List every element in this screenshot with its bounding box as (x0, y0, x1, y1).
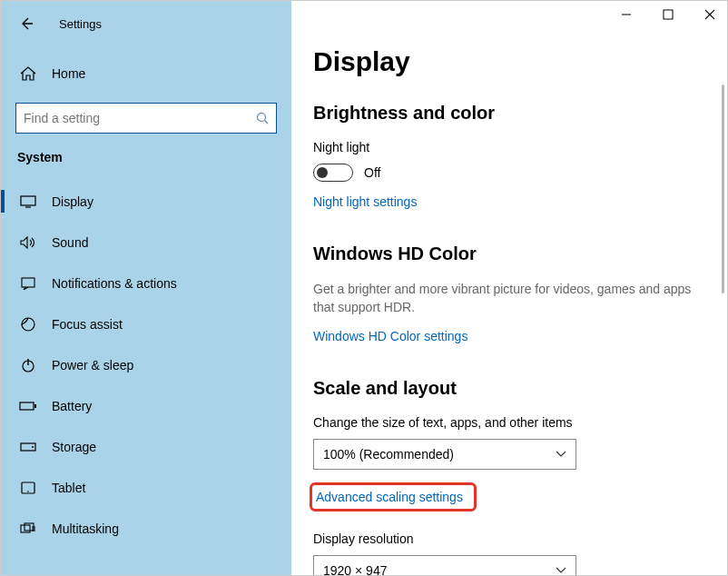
resolution-label: Display resolution (313, 531, 696, 546)
search-input[interactable] (24, 111, 256, 125)
battery-icon (19, 401, 37, 412)
back-button[interactable] (17, 15, 35, 33)
svg-rect-5 (34, 404, 36, 408)
sidebar-item-multitasking[interactable]: Multitasking (1, 508, 291, 549)
multitasking-icon (19, 522, 37, 535)
nav-list: Display Sound Notifications & actions Fo… (1, 181, 291, 549)
sidebar-item-sound[interactable]: Sound (1, 222, 291, 263)
tablet-icon (19, 482, 37, 494)
night-light-toggle[interactable] (313, 164, 353, 182)
chevron-down-icon (556, 451, 566, 458)
sidebar-item-label: Tablet (52, 481, 85, 495)
section-label: System (1, 134, 291, 174)
sidebar-item-label: Focus assist (52, 317, 123, 332)
home-nav[interactable]: Home (1, 55, 291, 92)
home-label: Home (52, 66, 85, 81)
power-icon (19, 358, 37, 372)
hd-color-settings-link[interactable]: Windows HD Color settings (313, 329, 467, 343)
sidebar-item-tablet[interactable]: Tablet (1, 467, 291, 508)
sidebar-item-battery[interactable]: Battery (1, 385, 291, 426)
app-title: Settings (59, 17, 102, 31)
sidebar: Settings Home System Display (1, 1, 291, 575)
storage-icon (19, 442, 37, 452)
night-light-label: Night light (313, 140, 696, 154)
back-arrow-icon (19, 16, 34, 31)
night-light-state: Off (364, 165, 380, 180)
night-light-settings-link[interactable]: Night light settings (313, 194, 417, 209)
scrollbar[interactable] (722, 84, 724, 293)
maximize-button[interactable] (660, 6, 676, 23)
search-icon (256, 112, 269, 124)
minimize-button[interactable] (618, 6, 635, 23)
hd-description: Get a brighter and more vibrant picture … (313, 281, 696, 316)
main-panel: Display Brightness and color Night light… (291, 1, 727, 575)
close-button[interactable] (702, 6, 718, 23)
svg-point-0 (258, 114, 266, 122)
svg-rect-2 (22, 278, 34, 287)
display-icon (19, 195, 37, 208)
sidebar-item-display[interactable]: Display (1, 181, 291, 222)
sidebar-item-label: Power & sleep (52, 358, 133, 372)
svg-point-7 (32, 446, 34, 448)
brightness-group-title: Brightness and color (313, 103, 696, 124)
svg-rect-10 (21, 525, 30, 532)
chevron-down-icon (556, 567, 566, 574)
sidebar-item-focus-assist[interactable]: Focus assist (1, 303, 291, 344)
sidebar-item-storage[interactable]: Storage (1, 426, 291, 467)
resolution-value: 1920 × 947 (323, 563, 387, 575)
svg-rect-12 (664, 10, 673, 19)
svg-rect-1 (21, 196, 35, 205)
advanced-scaling-link[interactable]: Advanced scaling settings (316, 490, 463, 504)
svg-point-9 (27, 491, 29, 492)
hd-group-title: Windows HD Color (313, 243, 696, 264)
resolution-dropdown[interactable]: 1920 × 947 (313, 555, 576, 575)
sidebar-item-power[interactable]: Power & sleep (1, 344, 291, 385)
sidebar-item-label: Notifications & actions (52, 276, 177, 291)
scale-value: 100% (Recommended) (323, 447, 454, 462)
sidebar-item-label: Storage (52, 440, 96, 454)
sidebar-item-label: Sound (52, 235, 88, 250)
scale-label: Change the size of text, apps, and other… (313, 415, 696, 430)
scale-dropdown[interactable]: 100% (Recommended) (313, 439, 576, 470)
highlight-annotation: Advanced scaling settings (310, 482, 477, 511)
svg-rect-4 (20, 402, 34, 410)
notifications-icon (19, 277, 37, 290)
sidebar-item-label: Multitasking (52, 521, 119, 536)
scale-group-title: Scale and layout (313, 378, 696, 399)
home-icon (19, 66, 37, 81)
focus-assist-icon (19, 317, 37, 332)
sidebar-item-label: Display (52, 194, 93, 209)
sidebar-item-label: Battery (52, 399, 92, 413)
sound-icon (19, 236, 37, 249)
page-title: Display (313, 46, 696, 77)
sidebar-item-notifications[interactable]: Notifications & actions (1, 263, 291, 303)
search-box[interactable] (15, 103, 277, 134)
